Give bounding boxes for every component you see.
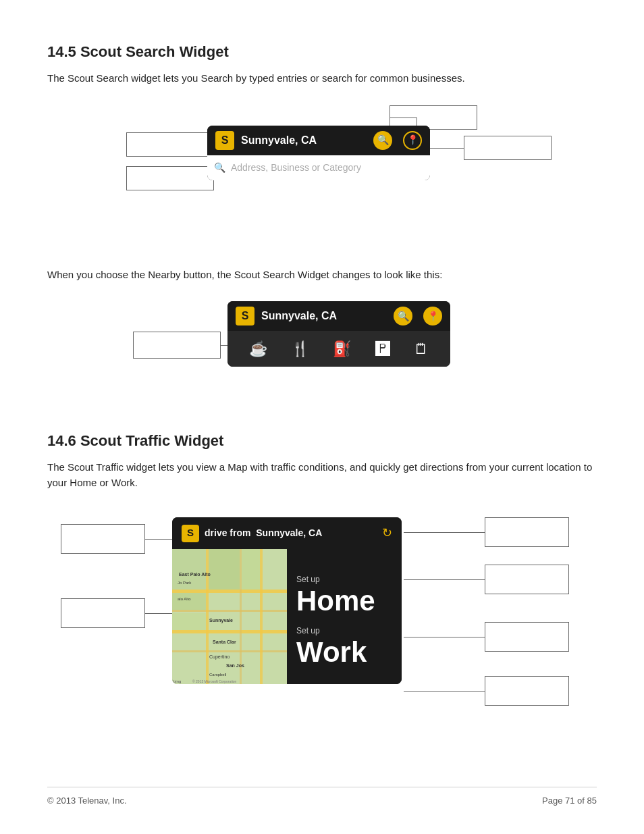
scout-logo: S: [215, 131, 234, 150]
svg-rect-3: [172, 630, 287, 633]
callout-line-tl1: [145, 539, 172, 540]
section-14-5-description: The Scout Search widget lets you Search …: [47, 71, 597, 86]
footer-page-info: Page 71 of 85: [542, 794, 597, 808]
svg-text:Jo Park: Jo Park: [178, 581, 192, 585]
svg-text:Cupertino: Cupertino: [209, 654, 230, 660]
scout-search-icon[interactable]: 🔍: [373, 131, 392, 150]
work-text[interactable]: Work: [296, 638, 392, 667]
svg-text:alo Alto: alo Alto: [178, 597, 191, 601]
section-14-5-title: 14.5 Scout Search Widget: [47, 41, 597, 63]
footer-copyright: © 2013 Telenav, Inc.: [47, 794, 127, 808]
search-bar-icon: 🔍: [214, 161, 225, 175]
traffic-body: East Palo Alto Jo Park alo Alto Sunnyval…: [172, 549, 402, 684]
callout-box-4: [464, 136, 552, 160]
fuel-icon[interactable]: ⛽: [333, 338, 351, 360]
scout-search-diagram: S Sunnyvale, CA 🔍 📍 🔍 Address, Business …: [86, 99, 558, 247]
scout-search-bar: 🔍 Address, Business or Category: [207, 155, 430, 180]
scout-search-widget: S Sunnyvale, CA 🔍 📍 🔍 Address, Business …: [207, 126, 430, 180]
setup-home-label: Set up: [296, 573, 392, 585]
drive-from-label: drive from: [205, 527, 250, 538]
callout-box-tr3: [485, 622, 569, 652]
svg-text:Campbell: Campbell: [209, 673, 226, 677]
search-bar-placeholder[interactable]: Address, Business or Category: [231, 161, 361, 175]
traffic-header-text: drive from Sunnyvale, CA: [205, 526, 382, 540]
parking-icon[interactable]: 🅿: [375, 338, 390, 360]
callout-line-4: [430, 148, 464, 149]
home-text[interactable]: Home: [296, 587, 392, 615]
callout-line-tr4: [404, 691, 485, 692]
setup-work-label: Set up: [296, 625, 392, 637]
svg-text:Santa Clar: Santa Clar: [213, 640, 236, 644]
callout-box-nearby: [133, 332, 221, 359]
callout-line-tr1: [404, 532, 485, 533]
refresh-icon[interactable]: ↻: [382, 524, 392, 542]
callout-line-tr2: [404, 579, 485, 580]
callout-box-tr4: [485, 676, 569, 706]
callout-line-1: [390, 118, 417, 118]
svg-text:© 2013 Microsoft Corporation: © 2013 Microsoft Corporation: [192, 679, 237, 683]
scout-nearby-search-icon[interactable]: 🔍: [394, 307, 412, 325]
scout-logo-nearby: S: [236, 307, 254, 325]
scout-nearby-header: S Sunnyvale, CA 🔍 📍: [227, 301, 450, 331]
callout-box-tr1: [485, 517, 569, 547]
callout-box-2: [126, 132, 214, 157]
traffic-widget: S drive from Sunnyvale, CA ↻: [172, 517, 402, 684]
callout-line-tr3: [404, 637, 485, 637]
map-svg: East Palo Alto Jo Park alo Alto Sunnyval…: [172, 549, 287, 684]
scout-location: Sunnyvale, CA: [241, 132, 373, 149]
callout-box-tr2: [485, 565, 569, 594]
scout-nearby-location: Sunnyvale, CA: [261, 308, 394, 324]
section-14-6-description: The Scout Traffic widget lets you view a…: [47, 460, 597, 490]
svg-text:Sunnyvale: Sunnyvale: [209, 618, 233, 623]
traffic-location: Sunnyvale, CA: [256, 527, 322, 538]
svg-rect-9: [209, 549, 240, 590]
scout-nearby-diagram: S Sunnyvale, CA 🔍 📍 ☕ 🍴 ⛽ 🅿 🗒: [119, 294, 525, 396]
svg-rect-2: [172, 610, 287, 612]
page-footer: © 2013 Telenav, Inc. Page 71 of 85: [47, 787, 597, 808]
callout-box-3: [126, 166, 214, 190]
scout-nearby-categories: ☕ 🍴 ⛽ 🅿 🗒: [227, 331, 450, 367]
callout-line-tl2: [145, 613, 172, 614]
nearby-intro: When you choose the Nearby button, the S…: [47, 267, 597, 283]
svg-rect-1: [172, 590, 287, 593]
traffic-diagram: S drive from Sunnyvale, CA ↻: [47, 504, 601, 733]
traffic-side: Set up Home Set up Work: [287, 549, 402, 684]
callout-box-tl2: [61, 598, 145, 628]
svg-rect-11: [172, 593, 206, 610]
scout-nearby-widget: S Sunnyvale, CA 🔍 📍 ☕ 🍴 ⛽ 🅿 🗒: [227, 301, 450, 367]
svg-text:San Jos: San Jos: [226, 663, 244, 668]
section-14-6: 14.6 Scout Traffic Widget The Scout Traf…: [47, 429, 597, 733]
svg-text:East Palo Alto: East Palo Alto: [179, 572, 211, 577]
scout-nearby-icon[interactable]: 📍: [403, 131, 422, 150]
svg-rect-10: [242, 549, 260, 590]
scout-nearby-location-icon[interactable]: 📍: [423, 307, 442, 325]
scout-widget-header: S Sunnyvale, CA 🔍 📍: [207, 126, 430, 155]
svg-rect-12: [172, 613, 206, 630]
svg-rect-4: [172, 650, 287, 652]
svg-rect-5: [206, 549, 209, 684]
section-14-6-title: 14.6 Scout Traffic Widget: [47, 429, 597, 452]
svg-text:bing: bing: [173, 679, 181, 683]
page-container: 14.5 Scout Search Widget The Scout Searc…: [0, 0, 644, 801]
food-icon[interactable]: 🍴: [291, 338, 309, 360]
coffee-icon[interactable]: ☕: [249, 338, 267, 360]
section-14-5: 14.5 Scout Search Widget The Scout Searc…: [47, 41, 597, 396]
other-icon[interactable]: 🗒: [414, 338, 429, 360]
callout-box-tl1: [61, 524, 145, 554]
svg-rect-7: [260, 549, 263, 684]
traffic-logo: S: [182, 525, 199, 542]
traffic-header: S drive from Sunnyvale, CA ↻: [172, 517, 402, 549]
traffic-map: East Palo Alto Jo Park alo Alto Sunnyval…: [172, 549, 287, 684]
